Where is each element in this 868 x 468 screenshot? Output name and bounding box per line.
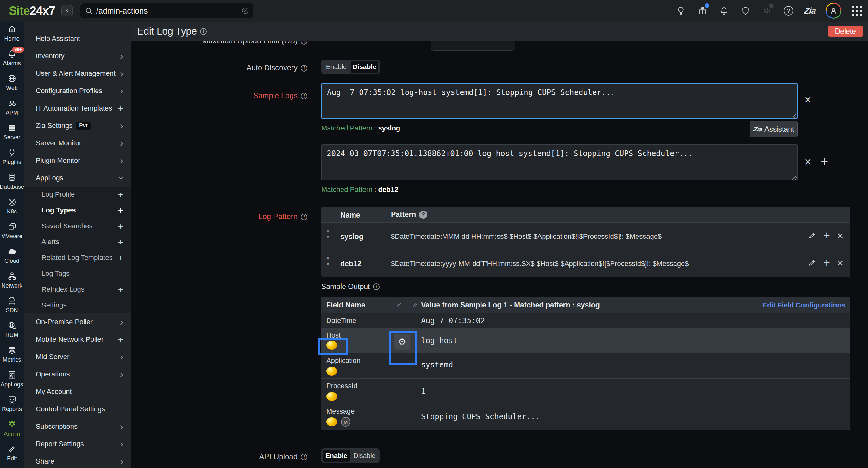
delete-pattern-icon[interactable]	[837, 231, 843, 240]
api-upload-disable-button[interactable]: Disable	[351, 449, 378, 462]
rail-item-home[interactable]: Home	[0, 22, 24, 46]
plus-icon[interactable]	[118, 221, 123, 231]
sidebar-item-control-panel-settings[interactable]: Control Panel Settings	[24, 400, 131, 418]
add-pattern-icon[interactable]	[824, 258, 830, 268]
plus-icon[interactable]	[118, 253, 123, 262]
multiline-badge[interactable]: M	[341, 417, 350, 427]
info-icon[interactable]	[301, 65, 307, 71]
rail-item-database[interactable]: Database	[0, 170, 24, 194]
processid-field-toggle[interactable]	[327, 392, 337, 401]
site24x7-logo[interactable]: Site24x7	[9, 4, 55, 18]
move-down-icon[interactable]: ∨	[327, 234, 330, 239]
plus-icon[interactable]	[118, 237, 123, 247]
rail-item-cloud[interactable]: Cloud	[0, 244, 24, 269]
sidebar-item-inventory[interactable]: Inventory	[24, 47, 131, 65]
rail-item-rum[interactable]: RUM	[0, 318, 24, 343]
plus-icon[interactable]	[118, 103, 123, 113]
shield-icon[interactable]	[740, 5, 751, 17]
global-search[interactable]	[80, 3, 253, 19]
apps-grid-icon[interactable]	[851, 5, 863, 17]
submenu-item-related-log-templates[interactable]: Related Log Templates	[24, 250, 131, 266]
info-icon[interactable]	[200, 28, 207, 35]
api-upload-enable-button[interactable]: Enable	[322, 449, 350, 462]
sidebar-item-help-assistant[interactable]: Help Assistant	[24, 30, 131, 47]
submenu-item-reindex-logs[interactable]: ReIndex Logs	[24, 281, 131, 297]
rail-item-sdn[interactable]: SDN	[0, 293, 24, 318]
auto-discovery-enable-button[interactable]: Enable	[322, 61, 350, 73]
edit-pattern-icon[interactable]	[808, 231, 816, 240]
sidebar-item-server-monitor[interactable]: Server Monitor	[24, 134, 131, 152]
add-pattern-icon[interactable]	[824, 231, 830, 240]
sidebar-item-on-premise-poller[interactable]: On-Premise Poller	[24, 313, 131, 331]
sidebar-item-mobile-network-poller[interactable]: Mobile Network Poller	[24, 331, 131, 348]
rail-item-vmware[interactable]: VMware	[0, 219, 24, 244]
application-field-toggle[interactable]	[327, 367, 337, 376]
sidebar-item-report-settings[interactable]: Report Settings	[24, 435, 131, 453]
remove-sample-log-2-button[interactable]	[804, 156, 811, 168]
sample-log-2-input[interactable]: 2024-03-07T07:35:01.138862+01:00 log-hos…	[321, 145, 798, 180]
rail-item-admin[interactable]: Admin	[0, 417, 24, 441]
sidebar-item-operations[interactable]: Operations	[24, 366, 131, 383]
info-icon[interactable]	[301, 454, 307, 460]
sidebar-item-zia-settings[interactable]: Zia SettingsPvt	[24, 117, 131, 134]
sidebar-item-user-alert-management[interactable]: User & Alert Management	[24, 65, 131, 82]
info-icon[interactable]	[301, 214, 307, 220]
rail-item-web[interactable]: Web	[0, 71, 24, 96]
auto-discovery-disable-button[interactable]: Disable	[351, 61, 378, 73]
sidebar-item-plugin-monitor[interactable]: Plugin Monitor	[24, 152, 131, 169]
sidebar-item-it-automation-templates[interactable]: IT Automation Templates	[24, 99, 131, 117]
rail-item-edit[interactable]: Edit	[0, 441, 24, 466]
plus-icon[interactable]	[118, 190, 123, 199]
rail-item-k8s[interactable]: K8s	[0, 194, 24, 219]
submenu-item-settings[interactable]: Settings	[24, 297, 131, 313]
message-field-toggle[interactable]	[327, 417, 337, 426]
remove-sample-log-1-button[interactable]	[804, 94, 811, 106]
rail-item-alarms[interactable]: 99+ Alarms	[0, 46, 24, 71]
column-resize-handle[interactable]	[397, 302, 400, 309]
notification-bell-icon[interactable]	[718, 5, 730, 17]
info-icon[interactable]	[301, 93, 307, 99]
info-icon[interactable]	[301, 41, 307, 45]
column-resize-handle[interactable]	[414, 302, 417, 309]
submenu-item-log-types[interactable]: Log Types	[24, 202, 131, 218]
sidebar-item-configuration-profiles[interactable]: Configuration Profiles	[24, 82, 131, 99]
delete-pattern-icon[interactable]	[837, 258, 843, 268]
zia-icon[interactable]: Zia	[804, 5, 816, 17]
submenu-item-alerts[interactable]: Alerts	[24, 234, 131, 250]
edit-pattern-icon[interactable]	[808, 258, 816, 268]
sidebar-item-subscriptions[interactable]: Subscriptions	[24, 418, 131, 435]
rail-item-plugins[interactable]: Plugins	[0, 145, 24, 170]
sidebar-item-mid-server[interactable]: Mid Server	[24, 348, 131, 366]
move-down-icon[interactable]: ∨	[327, 261, 330, 266]
add-sample-log-button[interactable]	[821, 155, 828, 168]
avatar[interactable]	[826, 3, 841, 19]
sidebar-item-share[interactable]: Share	[24, 453, 131, 468]
info-icon[interactable]	[373, 283, 379, 290]
max-upload-limit-input[interactable]	[431, 41, 515, 51]
rail-item-network[interactable]: Network	[0, 269, 24, 293]
rail-item-applogs[interactable]: AppLogs	[0, 367, 24, 392]
move-up-icon[interactable]: ∧	[327, 228, 330, 233]
rail-item-server[interactable]: Server	[0, 120, 24, 145]
gift-icon[interactable]	[696, 5, 709, 17]
sidebar-collapse-button[interactable]	[61, 5, 73, 17]
rail-item-reports[interactable]: Reports	[0, 392, 24, 417]
bulb-icon[interactable]	[675, 5, 687, 17]
megaphone-icon[interactable]	[761, 5, 773, 17]
plus-icon[interactable]	[118, 206, 123, 215]
sample-log-1-input[interactable]: Aug 7 07:35:02 log-host systemd[1]: Stop…	[322, 84, 797, 118]
rail-item-apm[interactable]: APM	[0, 96, 24, 120]
move-up-icon[interactable]: ∧	[327, 255, 330, 260]
submenu-item-saved-searches[interactable]: Saved Searches	[24, 218, 131, 234]
pattern-help-icon[interactable]	[419, 211, 427, 219]
submenu-item-log-profile[interactable]: Log Profile	[24, 187, 131, 202]
rail-item-metrics[interactable]: Metrics	[0, 343, 24, 367]
edit-field-configurations-link[interactable]: Edit Field Configurations	[762, 301, 845, 309]
help-icon[interactable]	[782, 5, 795, 17]
clear-search-icon[interactable]	[242, 7, 249, 14]
plus-icon[interactable]	[118, 285, 123, 294]
sidebar-item-applogs[interactable]: AppLogs	[24, 169, 131, 187]
zia-assistant-button[interactable]: Zia Assistant	[750, 121, 798, 137]
search-input[interactable]	[96, 6, 242, 15]
submenu-item-log-tags[interactable]: Log Tags	[24, 266, 131, 281]
